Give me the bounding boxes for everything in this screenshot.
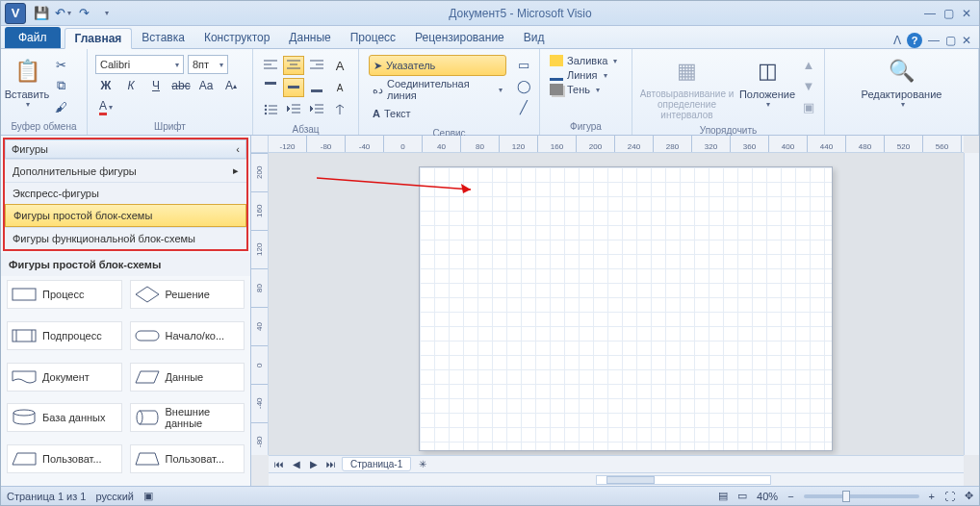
change-case-button[interactable]: Aa (195, 76, 217, 95)
inner-minimize-button[interactable]: — (928, 34, 940, 47)
status-language[interactable]: русский (95, 491, 133, 502)
tab-view[interactable]: Вид (514, 27, 554, 48)
zoom-level[interactable]: 40% (757, 491, 778, 502)
font-name-combo[interactable]: Calibri▾ (95, 55, 184, 74)
hscroll-thumb[interactable] (606, 476, 655, 484)
text-tool-button[interactable]: A Текст (369, 103, 506, 124)
position-button[interactable]: ◫ Положение ▾ (737, 53, 797, 112)
paste-button[interactable]: 📋 Вставить ▾ (5, 53, 49, 112)
view-normal-icon[interactable]: ▤ (718, 490, 728, 502)
cut-icon[interactable]: ✂ (51, 55, 70, 74)
inner-restore-button[interactable]: ▢ (945, 34, 956, 47)
view-fullscreen-icon[interactable]: ▭ (737, 490, 747, 502)
fill-button[interactable]: Заливка▾ (550, 55, 617, 66)
font-color-button[interactable]: A▾ (95, 97, 116, 116)
send-back-icon[interactable]: ▼ (799, 76, 818, 95)
format-painter-icon[interactable]: 🖌 (51, 97, 70, 116)
group-icon[interactable]: ▣ (799, 97, 818, 116)
rectangle-tool-icon[interactable]: ▭ (514, 55, 533, 74)
svg-marker-15 (13, 453, 36, 465)
rotate-text-button[interactable] (329, 100, 350, 119)
save-icon[interactable]: 💾 (32, 4, 51, 23)
line-tool-icon[interactable]: ╱ (514, 97, 533, 116)
stencil-shape[interactable]: Пользоват... (7, 444, 122, 473)
collapse-icon[interactable]: ‹ (236, 143, 240, 155)
help-icon[interactable]: ? (907, 33, 922, 48)
tab-review[interactable]: Рецензирование (405, 27, 514, 48)
insert-page-tab[interactable]: ✳ (415, 459, 430, 469)
app-logo[interactable]: V (5, 3, 26, 24)
underline-button[interactable]: Ч (145, 76, 167, 95)
zoom-out-button[interactable]: − (787, 491, 793, 502)
strike-button[interactable]: abc (170, 76, 192, 95)
stencil-shape[interactable]: База данных (7, 403, 122, 432)
vertical-scrollbar[interactable] (964, 153, 979, 455)
redo-icon[interactable]: ↷ (74, 4, 93, 23)
close-button[interactable]: ✕ (962, 7, 971, 20)
align-bottom-button[interactable] (306, 78, 327, 97)
grow-font-button[interactable]: A▴ (220, 76, 242, 95)
fit-page-icon[interactable]: ⛶ (944, 491, 955, 502)
stencil-shape[interactable]: Решение (130, 280, 245, 309)
shadow-button[interactable]: Тень▾ (550, 84, 617, 95)
align-left-button[interactable] (260, 56, 281, 75)
font-size-combo[interactable]: 8пт▾ (188, 55, 228, 74)
tab-process[interactable]: Процесс (341, 27, 405, 48)
stencil-shape[interactable]: Начало/ко... (130, 321, 245, 350)
stencil-shape[interactable]: Пользоват... (130, 444, 245, 473)
align-top-button[interactable] (260, 78, 281, 97)
qat-customize-icon[interactable]: ▾ (97, 4, 116, 23)
maximize-button[interactable]: ▢ (943, 7, 954, 20)
stencil-shape[interactable]: Процесс (7, 280, 122, 309)
first-page-nav[interactable]: ⏮ (272, 459, 286, 469)
tab-design[interactable]: Конструктор (194, 27, 279, 48)
stencil-shape[interactable]: Подпроцесс (7, 321, 122, 350)
minimize-button[interactable]: — (924, 7, 936, 20)
shapes-item-more[interactable]: Дополнительные фигуры▸ (5, 159, 246, 182)
align-center-button[interactable] (283, 56, 304, 75)
stencil-shape[interactable]: Данные (130, 363, 245, 392)
inner-close-button[interactable]: ✕ (962, 34, 971, 47)
editing-button[interactable]: 🔍 Редактирование ▾ (854, 53, 950, 112)
align-right-button[interactable] (306, 56, 327, 75)
prev-page-nav[interactable]: ◀ (290, 459, 303, 469)
undo-icon[interactable]: ↶▾ (53, 4, 72, 23)
pan-icon[interactable]: ✥ (965, 490, 973, 502)
pointer-tool-button[interactable]: ➤ Указатель (369, 55, 506, 76)
drawing-canvas[interactable] (269, 153, 964, 455)
line-button[interactable]: Линия▾ (550, 69, 617, 81)
shapes-pane-header[interactable]: Фигуры ‹ (5, 139, 246, 159)
file-tab[interactable]: Файл (5, 27, 61, 48)
shapes-item-express[interactable]: Экспресс-фигуры (5, 182, 246, 204)
ribbon-minimize-icon[interactable]: ᐱ (893, 34, 901, 47)
drawing-page[interactable] (419, 166, 833, 451)
align-middle-button[interactable] (283, 78, 304, 97)
tab-insert[interactable]: Вставка (132, 27, 194, 48)
shrink-font-icon[interactable]: A (329, 78, 350, 97)
tab-data[interactable]: Данные (279, 27, 340, 48)
bullets-button[interactable] (260, 100, 281, 119)
horizontal-scrollbar[interactable] (269, 472, 964, 486)
tab-home[interactable]: Главная (64, 28, 133, 49)
stencil-shape[interactable]: Внешние данные (130, 403, 245, 432)
bold-button[interactable]: Ж (95, 76, 116, 95)
stencil-shape[interactable]: Документ (7, 363, 122, 392)
autoalign-button[interactable]: ▦ Автовыравнивание и определение интерва… (636, 53, 737, 123)
next-page-nav[interactable]: ▶ (307, 459, 321, 469)
bring-front-icon[interactable]: ▲ (799, 55, 818, 74)
increase-indent-button[interactable] (306, 100, 327, 119)
zoom-slider[interactable] (804, 494, 919, 498)
copy-icon[interactable]: ⧉ (51, 76, 70, 95)
last-page-nav[interactable]: ⏭ (324, 459, 338, 469)
connector-tool-button[interactable]: دە Соединительная линия▾ (369, 79, 506, 100)
italic-button[interactable]: К (120, 76, 142, 95)
ellipse-tool-icon[interactable]: ◯ (514, 76, 533, 95)
page-tab-1[interactable]: Страница-1 (342, 457, 411, 471)
shapes-item-functional-flowchart[interactable]: Фигуры функциональной блок-схемы (5, 227, 246, 249)
zoom-in-button[interactable]: + (929, 491, 935, 502)
svg-marker-16 (136, 453, 159, 465)
macro-record-icon[interactable]: ▣ (143, 490, 153, 502)
shapes-item-basic-flowchart[interactable]: Фигуры простой блок-схемы (5, 204, 246, 227)
grow-font-icon[interactable]: A (329, 56, 350, 75)
decrease-indent-button[interactable] (283, 100, 304, 119)
